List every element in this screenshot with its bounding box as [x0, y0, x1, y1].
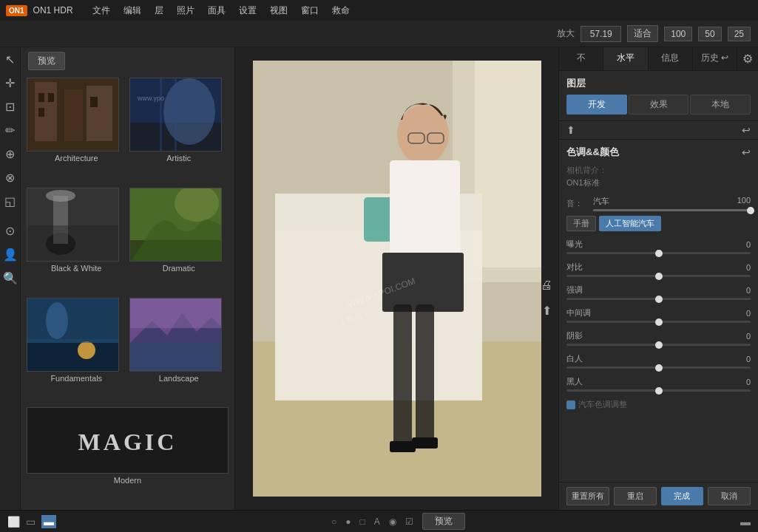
camera-profile-label: 相机背介：	[566, 165, 751, 176]
menu-photo[interactable]: 照片	[171, 3, 200, 18]
reset-all-btn[interactable]: 重置所有	[566, 487, 609, 505]
presets-preview-btn[interactable]: 预览	[28, 52, 65, 70]
preset-bw[interactable]: Black & White	[27, 188, 126, 295]
bottom-right-icon[interactable]: ▬	[740, 516, 751, 528]
right-panel: 不 水平 信息 历史 ↩ ⚙ 图层 开发 效果 本地 ⬆ ↩ 色调&&颜色 ↩	[558, 47, 758, 510]
share-icon[interactable]: ⬆	[538, 301, 555, 319]
svg-rect-7	[90, 97, 98, 107]
blacks-value: 0	[746, 378, 751, 386]
fit-25[interactable]: 25	[728, 27, 751, 41]
preset-dramatic[interactable]: Dramatic	[129, 188, 229, 295]
menu-view[interactable]: 视图	[264, 3, 294, 18]
fit-50[interactable]: 50	[698, 27, 721, 41]
cancel-btn[interactable]: 取消	[708, 487, 751, 505]
bottom-check[interactable]: ☑	[405, 516, 413, 527]
preset-architecture[interactable]: Architecture	[27, 78, 126, 185]
contrast-track[interactable]	[566, 275, 751, 277]
highlights-track[interactable]	[566, 298, 751, 300]
svg-text:www.ypo: www.ypo	[137, 95, 164, 102]
menu-layer[interactable]: 层	[149, 3, 169, 18]
preset-artistic[interactable]: www.ypo Artistic	[129, 78, 229, 185]
auto-slider-track[interactable]	[593, 209, 751, 211]
layers-btn-effects[interactable]: 效果	[629, 95, 689, 115]
tab-history[interactable]: 历史 ↩	[693, 47, 737, 70]
tab-horizontal[interactable]: 水平	[603, 47, 648, 70]
tool-text[interactable]: ⊙	[1, 222, 19, 239]
undo-icon[interactable]: ↩	[742, 124, 751, 136]
svg-rect-12	[175, 78, 177, 151]
color-reset-icon[interactable]: ↩	[742, 146, 751, 158]
tool-people[interactable]: 👤	[1, 245, 19, 263]
tool-heal[interactable]: ⊕	[1, 145, 19, 163]
tab-not[interactable]: 不	[559, 47, 603, 70]
bottom-square-icon[interactable]: ▭	[26, 516, 35, 528]
preset-thumb-artistic: www.ypo	[129, 78, 222, 151]
bottom-monitor-icon[interactable]: ⬜	[7, 516, 20, 528]
presets-grid: Architecture www.ypo Artistic	[21, 75, 234, 510]
menu-edit[interactable]: 编辑	[118, 3, 147, 18]
auto-tone-checkbox[interactable]	[566, 400, 575, 409]
shadows-value: 0	[746, 332, 751, 341]
preset-fundamentals[interactable]: Fundamentals	[27, 298, 126, 405]
fit-100[interactable]: 100	[664, 27, 692, 41]
midtones-track[interactable]	[566, 321, 751, 323]
bottom-a[interactable]: A	[374, 516, 380, 527]
layers-toolbar: ⬆ ↩	[559, 121, 758, 140]
svg-rect-45	[390, 441, 416, 452]
whites-track[interactable]	[566, 366, 751, 369]
contrast-value: 0	[746, 263, 751, 272]
bottom-circle2[interactable]: ●	[345, 516, 351, 527]
presets-panel: 预览 Architecture	[21, 47, 235, 510]
export-icon[interactable]: ⬆	[566, 124, 575, 136]
whites-label: 白人	[566, 353, 583, 364]
svg-point-24	[46, 302, 68, 339]
tone-btn-auto[interactable]: 人工智能汽车	[599, 216, 661, 231]
shadows-track[interactable]	[566, 344, 751, 346]
preset-modern[interactable]: MAGIC Modern	[27, 407, 229, 507]
menu-window[interactable]: 窗口	[295, 3, 325, 18]
layers-section: 图层 开发 效果 本地	[559, 71, 758, 121]
layers-btn-develop[interactable]: 开发	[566, 95, 627, 115]
menu-settings[interactable]: 设置	[233, 3, 263, 18]
slider-contrast: 对比 0	[566, 262, 751, 277]
preset-label-landscape: Landscape	[129, 372, 229, 385]
tab-info[interactable]: 信息	[649, 47, 693, 70]
zoom-input[interactable]	[581, 26, 621, 42]
menu-help[interactable]: 救命	[326, 3, 356, 18]
menu-file[interactable]: 文件	[87, 3, 116, 18]
fit-button[interactable]: 适合	[627, 25, 658, 42]
preset-thumb-architecture	[27, 78, 119, 151]
done-btn[interactable]: 完成	[661, 487, 704, 505]
exposure-label: 曝光	[566, 239, 583, 250]
tab-settings-icon[interactable]: ⚙	[737, 47, 758, 70]
svg-rect-46	[412, 437, 438, 449]
preset-thumb-landscape	[129, 298, 222, 372]
print-icon[interactable]: 🖨	[538, 276, 555, 294]
preset-thumb-dramatic	[129, 188, 222, 262]
tool-crop[interactable]: ⊡	[1, 98, 19, 115]
bottom-circle3[interactable]: ◉	[389, 516, 396, 527]
tone-btn-manual[interactable]: 手册	[566, 216, 596, 231]
exposure-track[interactable]	[566, 252, 751, 254]
blacks-track[interactable]	[566, 389, 751, 392]
preview-btn[interactable]: 预览	[422, 513, 465, 530]
bottom-rect-icon[interactable]: ▬	[41, 515, 56, 528]
tool-move[interactable]: ✛	[1, 74, 19, 92]
menu-mask[interactable]: 面具	[202, 3, 231, 18]
bottom-center: ○ ● □ A ◉ ☑ 预览	[331, 513, 465, 530]
svg-rect-44	[416, 304, 434, 445]
section-header: 色调&&颜色 ↩	[566, 146, 751, 159]
tool-brush[interactable]: ✏	[1, 121, 19, 139]
app-title: ON1 HDR	[33, 5, 73, 16]
bottom-circle1[interactable]: ○	[331, 516, 336, 527]
tool-clone[interactable]: ⊗	[1, 168, 19, 186]
tool-gradient[interactable]: ◱	[1, 192, 19, 210]
bottom-square2[interactable]: □	[360, 516, 365, 527]
reset-btn[interactable]: 重启	[614, 487, 657, 505]
layers-btn-local[interactable]: 本地	[690, 95, 751, 115]
preset-landscape[interactable]: Landscape	[129, 298, 229, 405]
slider-exposure: 曝光 0	[566, 239, 751, 254]
tool-arrow[interactable]: ↖	[1, 50, 19, 68]
main-area: ↖ ✛ ⊡ ✏ ⊕ ⊗ ◱ ⊙ 👤 🔍 预览	[0, 47, 758, 510]
tool-search[interactable]: 🔍	[1, 269, 19, 287]
